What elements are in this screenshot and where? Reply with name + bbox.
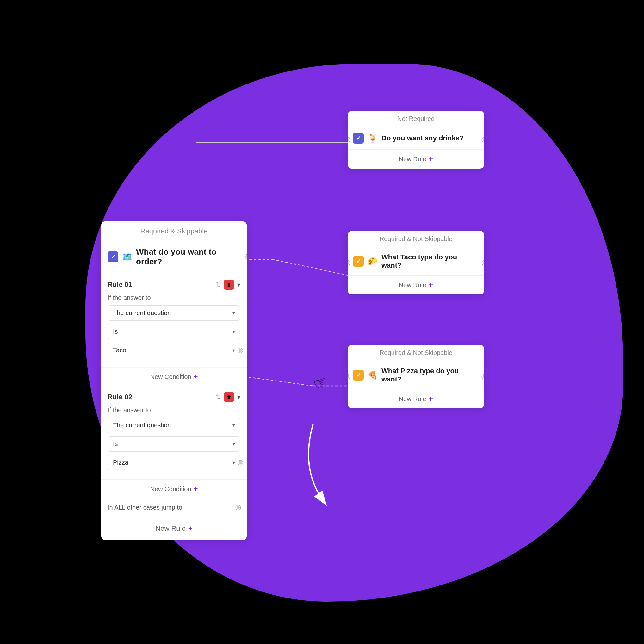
right-card-2-header: Required & Not Skippable <box>348 231 484 247</box>
right-card-1-plus-icon: + <box>429 155 433 164</box>
right-card-1-emoji: 🍹 <box>368 133 378 143</box>
right-card-3-question-text: What Pizza type do you want? <box>381 367 479 383</box>
right-card-2-question-text: What Taco type do you want? <box>381 253 479 269</box>
right-card-3-right-dot[interactable] <box>482 375 484 379</box>
rule-02-plus-icon: + <box>194 485 198 493</box>
right-card-3-question-row: 🍕 What Pizza type do you want? <box>348 361 484 389</box>
right-card-2-checkbox <box>353 256 364 267</box>
right-card-2-emoji: 🌮 <box>368 257 378 266</box>
right-card-3-new-rule-label: New Rule <box>399 395 426 403</box>
rule-01-label: Rule 01 <box>108 281 132 289</box>
rule-01-delete-btn[interactable] <box>224 280 234 290</box>
right-card-2-new-rule-btn[interactable]: New Rule + <box>348 276 484 294</box>
rule-02-new-condition-btn[interactable]: New Condition + <box>101 480 247 498</box>
right-card-2-plus-icon: + <box>429 281 433 289</box>
main-question-text: What do you want to order? <box>136 247 240 267</box>
main-new-rule-plus-icon: + <box>188 524 193 533</box>
rule-02-label: Rule 02 <box>108 393 132 401</box>
right-card-1-header: Not Required <box>348 111 484 127</box>
right-card-3-checkbox <box>353 370 364 381</box>
right-card-3-emoji: 🍕 <box>368 370 378 380</box>
rule-02-delete-btn[interactable] <box>224 392 234 402</box>
rule-01-dropdown-value[interactable]: Taco ▾ <box>108 343 240 358</box>
rule-01-connector-dot[interactable] <box>238 348 243 353</box>
main-question-emoji: 🗺️ <box>122 252 132 262</box>
right-card-3-header: Required & Not Skippable <box>348 345 484 361</box>
right-card-3: Required & Not Skippable 🍕 What Pizza ty… <box>348 345 484 408</box>
right-card-1: Not Required 🍹 Do you want any drinks? N… <box>348 111 484 169</box>
rule-02-dropdown-value[interactable]: Pizza ▾ <box>108 455 240 470</box>
right-card-1-checkbox <box>353 133 364 144</box>
rule-02-section: Rule 02 ⇅ ▾ If the answer to The current… <box>101 386 247 480</box>
rule-02-new-condition-label: New Condition <box>150 486 191 493</box>
right-card-3-new-rule-btn[interactable]: New Rule + <box>348 389 484 408</box>
main-card-header: Required & Skippable <box>101 221 247 240</box>
rule-02-dropdown-operator[interactable]: Is ▾ <box>108 436 240 452</box>
main-new-rule-btn[interactable]: New Rule + <box>101 517 247 540</box>
right-card-2: Required & Not Skippable 🌮 What Taco typ… <box>348 231 484 294</box>
main-new-rule-label: New Rule <box>155 524 185 533</box>
rule-02-reorder-icon[interactable]: ⇅ <box>215 393 221 401</box>
rule-01-header: Rule 01 ⇅ ▾ <box>108 280 240 290</box>
rule-01-expand-icon[interactable]: ▾ <box>237 281 240 288</box>
main-question-connector-right[interactable] <box>245 255 247 259</box>
main-question-row: 🗺️ What do you want to order? <box>101 240 247 274</box>
rule-01-reorder-icon[interactable]: ⇅ <box>215 281 221 288</box>
other-cases-row: In ALL other cases jump to <box>101 498 247 517</box>
rule-01-new-condition-btn[interactable]: New Condition + <box>101 367 247 386</box>
right-card-1-question-text: Do you want any drinks? <box>381 134 464 142</box>
rule-02-header: Rule 02 ⇅ ▾ <box>108 392 240 402</box>
right-card-2-right-dot[interactable] <box>482 261 484 265</box>
other-cases-connector[interactable] <box>236 505 240 510</box>
rule-01-section: Rule 01 ⇅ ▾ If the answer to The current… <box>101 274 247 367</box>
right-card-1-right-dot[interactable] <box>482 138 484 142</box>
rule-01-condition-label: If the answer to <box>108 294 240 301</box>
right-card-1-new-rule-btn[interactable]: New Rule + <box>348 150 484 169</box>
rule-02-connector-dot[interactable] <box>238 461 243 465</box>
rule-01-dropdown-operator[interactable]: Is ▾ <box>108 324 240 339</box>
rule-01-plus-icon: + <box>194 373 198 381</box>
rule-02-condition-label: If the answer to <box>108 406 240 414</box>
rule-02-actions: ⇅ ▾ <box>215 392 240 402</box>
right-card-2-question-row: 🌮 What Taco type do you want? <box>348 247 484 276</box>
rule-02-expand-icon[interactable]: ▾ <box>237 393 240 401</box>
rule-01-dropdown-question[interactable]: The current question ▾ <box>108 305 240 321</box>
right-card-3-plus-icon: + <box>429 394 433 403</box>
rule-01-actions: ⇅ ▾ <box>215 280 240 290</box>
right-card-2-new-rule-label: New Rule <box>399 282 426 289</box>
rule-01-new-condition-label: New Condition <box>150 373 191 381</box>
rule-02-dropdown-question[interactable]: The current question ▾ <box>108 418 240 433</box>
right-card-1-new-rule-label: New Rule <box>399 156 426 163</box>
right-card-1-question-row: 🍹 Do you want any drinks? <box>348 127 484 150</box>
other-cases-text: In ALL other cases jump to <box>108 504 182 511</box>
main-question-checkbox <box>108 251 118 262</box>
